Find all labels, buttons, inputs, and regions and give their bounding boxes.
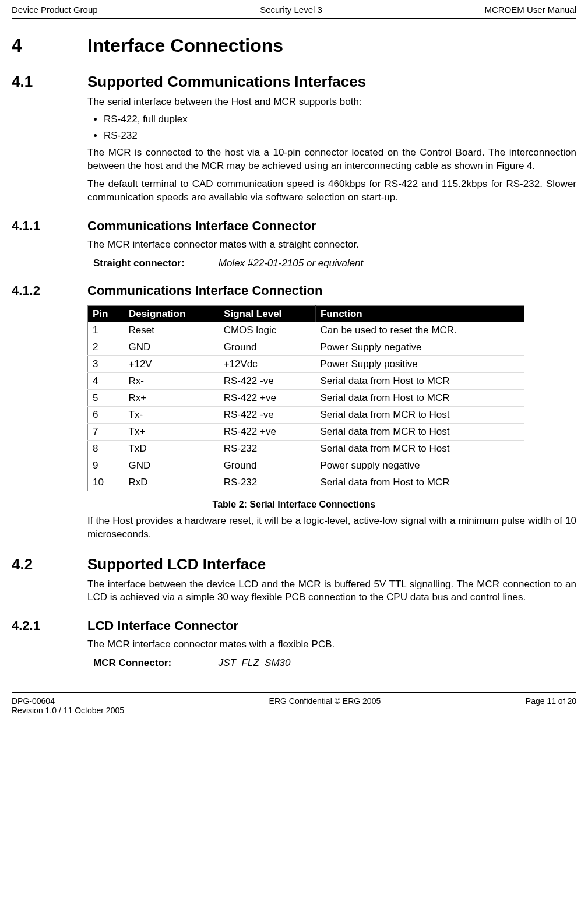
cell-des: +12V (124, 355, 219, 372)
footer-center: ERG Confidential © ERG 2005 (269, 696, 381, 715)
cell-des: GND (124, 457, 219, 474)
list-item: RS-422, full duplex (104, 114, 576, 125)
cell-des: TxD (124, 440, 219, 457)
page-header: Device Product Group Security Level 3 MC… (12, 0, 576, 19)
cell-func: Power Supply negative (315, 339, 524, 355)
spec-line: Straight connector: Molex #22-01-2105 or… (93, 258, 576, 269)
table-row: 9GNDGroundPower supply negative (88, 457, 524, 474)
section-number: 4.2.1 (12, 618, 87, 633)
table-caption: Table 2: Serial Interface Connections (12, 499, 576, 510)
col-pin: Pin (88, 305, 124, 322)
cell-des: Reset (124, 322, 219, 339)
col-function: Function (315, 305, 524, 322)
table-row: 5Rx+RS-422 +veSerial data from Host to M… (88, 389, 524, 406)
cell-func: Can be used to reset the MCR. (315, 322, 524, 339)
col-designation: Designation (124, 305, 219, 322)
page-footer: DPG-00604 Revision 1.0 / 11 October 2005… (12, 692, 576, 715)
cell-des: Rx+ (124, 389, 219, 406)
cell-pin: 7 (88, 423, 124, 440)
cell-sig: RS-232 (219, 440, 316, 457)
section-number: 4.1.1 (12, 219, 87, 234)
section-number: 4.1.2 (12, 283, 87, 298)
paragraph: If the Host provides a hardware reset, i… (87, 515, 576, 541)
cell-func: Serial data from Host to MCR (315, 389, 524, 406)
section-title: Supported LCD Interface (87, 555, 266, 573)
revision: Revision 1.0 / 11 October 2005 (12, 706, 124, 715)
section-number: 4.2 (12, 555, 87, 573)
cell-sig: Ground (219, 339, 316, 355)
cell-sig: RS-422 -ve (219, 372, 316, 389)
table-row: 6Tx-RS-422 -veSerial data from MCR to Ho… (88, 406, 524, 423)
section-4-2: 4.2 Supported LCD Interface (12, 555, 576, 573)
table-header-row: Pin Designation Signal Level Function (88, 305, 524, 322)
cell-des: RxD (124, 474, 219, 491)
cell-pin: 8 (88, 440, 124, 457)
cell-pin: 5 (88, 389, 124, 406)
doc-id: DPG-00604 (12, 696, 124, 706)
cell-func: Power Supply positive (315, 355, 524, 372)
cell-pin: 9 (88, 457, 124, 474)
cell-sig: +12Vdc (219, 355, 316, 372)
cell-sig: RS-422 -ve (219, 406, 316, 423)
spec-value: JST_FLZ_SM30 (219, 657, 291, 668)
section-4: 4 Interface Connections (12, 35, 576, 57)
cell-des: Tx- (124, 406, 219, 423)
section-title: Communications Interface Connection (87, 283, 322, 298)
list-item: RS-232 (104, 130, 576, 142)
section-number: 4 (12, 35, 87, 57)
cell-func: Serial data from Host to MCR (315, 474, 524, 491)
table-row: 3+12V+12VdcPower Supply positive (88, 355, 524, 372)
cell-sig: Ground (219, 457, 316, 474)
cell-pin: 2 (88, 339, 124, 355)
cell-func: Serial data from MCR to Host (315, 423, 524, 440)
section-title: LCD Interface Connector (87, 618, 238, 633)
header-left: Device Product Group (12, 5, 98, 15)
header-center: Security Level 3 (260, 5, 322, 15)
cell-sig: CMOS logic (219, 322, 316, 339)
bullet-list: RS-422, full duplex RS-232 (87, 114, 576, 142)
table-row: 4Rx-RS-422 -veSerial data from Host to M… (88, 372, 524, 389)
paragraph: The MCR is connected to the host via a 1… (87, 146, 576, 173)
cell-func: Serial data from MCR to Host (315, 440, 524, 457)
section-4-1: 4.1 Supported Communications Interfaces (12, 73, 576, 91)
cell-pin: 6 (88, 406, 124, 423)
cell-pin: 10 (88, 474, 124, 491)
table-row: 10RxDRS-232Serial data from Host to MCR (88, 474, 524, 491)
col-signal: Signal Level (219, 305, 316, 322)
cell-des: GND (124, 339, 219, 355)
spec-value: Molex #22-01-2105 or equivalent (219, 258, 364, 269)
paragraph: The serial interface between the Host an… (87, 96, 576, 109)
cell-sig: RS-422 +ve (219, 423, 316, 440)
cell-sig: RS-232 (219, 474, 316, 491)
section-title: Interface Connections (87, 35, 283, 57)
cell-des: Rx- (124, 372, 219, 389)
cell-func: Power supply negative (315, 457, 524, 474)
cell-pin: 4 (88, 372, 124, 389)
cell-pin: 1 (88, 322, 124, 339)
section-title: Communications Interface Connector (87, 219, 316, 234)
spec-line: MCR Connector: JST_FLZ_SM30 (93, 657, 576, 669)
section-4-2-1: 4.2.1 LCD Interface Connector (12, 618, 576, 633)
section-4-1-1: 4.1.1 Communications Interface Connector (12, 219, 576, 234)
cell-func: Serial data from Host to MCR (315, 372, 524, 389)
cell-sig: RS-422 +ve (219, 389, 316, 406)
cell-func: Serial data from MCR to Host (315, 406, 524, 423)
pin-table: Pin Designation Signal Level Function 1R… (87, 305, 524, 491)
paragraph: The interface between the device LCD and… (87, 578, 576, 605)
table-row: 1ResetCMOS logicCan be used to reset the… (88, 322, 524, 339)
section-number: 4.1 (12, 73, 87, 91)
paragraph: The default terminal to CAD communicatio… (87, 178, 576, 205)
cell-des: Tx+ (124, 423, 219, 440)
section-title: Supported Communications Interfaces (87, 73, 366, 91)
footer-left: DPG-00604 Revision 1.0 / 11 October 2005 (12, 696, 124, 715)
section-4-1-2: 4.1.2 Communications Interface Connectio… (12, 283, 576, 298)
table-row: 2GNDGroundPower Supply negative (88, 339, 524, 355)
table-row: 7Tx+RS-422 +veSerial data from MCR to Ho… (88, 423, 524, 440)
spec-label: MCR Connector: (93, 657, 216, 669)
header-right: MCROEM User Manual (484, 5, 576, 15)
table-row: 8TxDRS-232Serial data from MCR to Host (88, 440, 524, 457)
spec-label: Straight connector: (93, 258, 216, 269)
cell-pin: 3 (88, 355, 124, 372)
paragraph: The MCR interface connector mates with a… (87, 638, 576, 652)
paragraph: The MCR interface connector mates with a… (87, 238, 576, 252)
